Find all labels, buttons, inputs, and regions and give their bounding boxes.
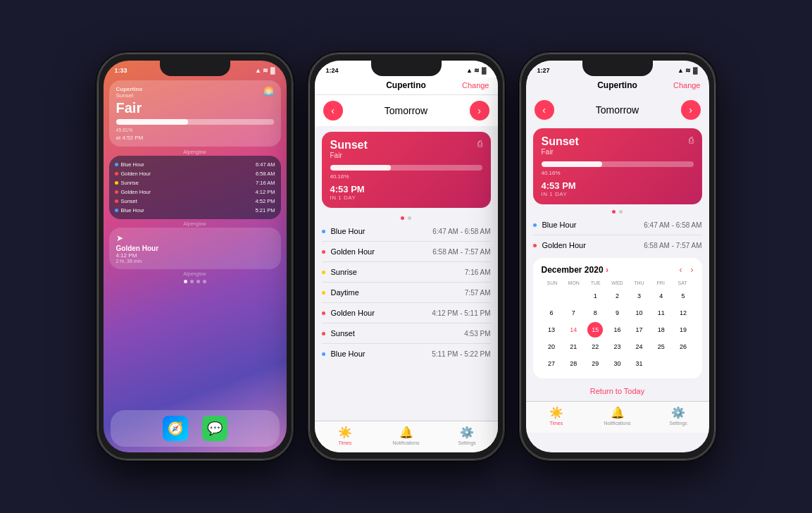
cal-day-30[interactable]: 30 [609, 356, 625, 371]
page-dots [104, 280, 287, 283]
cal-day-9[interactable]: 9 [609, 305, 625, 321]
messages-icon[interactable]: 💬 [202, 416, 227, 441]
tab-settings[interactable]: ⚙️ Settings [437, 426, 498, 445]
widget-progress-label: 45.61% [116, 128, 274, 132]
tab-times-label: Times [338, 440, 351, 445]
phone3-tab-bar: ☀️ Times 🔔 Notifications ⚙️ Settings [526, 401, 709, 433]
phone3-nav-title: Tomorrow [596, 104, 639, 116]
ev4-name: Daytime [331, 288, 359, 297]
event-name-4: Golden Hour [121, 189, 151, 195]
ev5-time: 4:12 PM - 5:11 PM [432, 309, 490, 317]
cal-day-14[interactable]: 14 [566, 322, 581, 338]
ev2-name: Golden Hour [331, 247, 375, 256]
cal-day-17[interactable]: 17 [632, 322, 647, 338]
cal-empty-3 [654, 356, 669, 371]
widget-condition: Fair [116, 100, 274, 116]
phone3-change-btn[interactable]: Change [673, 81, 701, 89]
cal-day-26[interactable]: 26 [675, 339, 691, 354]
phone3-tab-notifications[interactable]: 🔔 Notifications [587, 406, 648, 426]
cal-day-5[interactable]: 5 [675, 288, 691, 304]
phone2-change-btn[interactable]: Change [462, 81, 489, 89]
event-item-5: Golden Hour 4:12 PM - 5:11 PM [322, 303, 491, 323]
ev4-dot [322, 291, 325, 295]
phone3-time: 1:27 [537, 67, 550, 74]
cal-day-25[interactable]: 25 [654, 339, 669, 354]
col-wed: WED [606, 280, 628, 285]
cal-day-15[interactable]: 15 [587, 322, 603, 338]
cal-month-arrow: › [606, 265, 608, 275]
cal-day-23[interactable]: 23 [609, 339, 625, 354]
phone3-card-subtitle: Fair [542, 148, 694, 156]
event-item-7: Blue Hour 5:11 PM - 5:22 PM [322, 344, 491, 364]
page-dot-4 [203, 280, 206, 283]
widget-golden-hour: ➤ Golden Hour 4:12 PM 2 hr, 38 min [109, 228, 281, 269]
cal-day-10[interactable]: 10 [632, 305, 647, 321]
cal-empty-4 [675, 356, 691, 371]
tab-times[interactable]: ☀️ Times [315, 426, 376, 445]
cal-day-6[interactable]: 6 [544, 305, 559, 321]
cal-day-16[interactable]: 16 [609, 322, 625, 338]
cal-day-24[interactable]: 24 [632, 339, 647, 354]
ev7-name: Blue Hour [331, 350, 366, 358]
phone2-main-card: Sunset Fair ⎙ 40.16% 4:53 PM IN 1 DAY [322, 132, 491, 208]
dot-red-4 [115, 190, 118, 194]
safari-icon[interactable]: 🧭 [163, 416, 188, 441]
page-dot-2 [190, 280, 194, 283]
cal-header: December 2020 › ‹ › [542, 265, 694, 275]
cal-day-8[interactable]: 8 [587, 305, 603, 321]
ev5-name: Golden Hour [331, 309, 375, 317]
phone2-prev-btn[interactable]: ‹ [323, 101, 343, 120]
event-row-6: Blue Hour 5:21 PM [115, 206, 275, 215]
col-thu: THU [628, 280, 650, 285]
tab-notifications[interactable]: 🔔 Notifications [375, 426, 437, 445]
phone2-progress-bar [330, 165, 482, 171]
phone3-tab-notifications-icon: 🔔 [611, 406, 625, 419]
cal-day-11[interactable]: 11 [654, 305, 669, 321]
phone3-share-icon[interactable]: ⎙ [689, 135, 694, 145]
ev2-time: 6:58 AM - 7:57 AM [432, 248, 490, 256]
cal-day-18[interactable]: 18 [654, 322, 669, 338]
ev1-name: Blue Hour [331, 227, 366, 235]
phone3-prev-btn[interactable]: ‹ [535, 100, 554, 120]
phone3-progress-label: 40.16% [542, 170, 694, 176]
event-row-5: Sunset 4:52 PM [115, 197, 275, 206]
phone2-share-icon[interactable]: ⎙ [477, 139, 482, 149]
phone3-location: Cupertino [597, 80, 637, 90]
section1-label: Alpenglow [104, 149, 287, 154]
cal-day-1[interactable]: 1 [587, 288, 603, 304]
cal-day-7[interactable]: 7 [566, 305, 581, 321]
cal-day-28[interactable]: 28 [566, 356, 581, 371]
phone3-tab-settings[interactable]: ⚙️ Settings [648, 406, 709, 426]
cal-day-13[interactable]: 13 [544, 322, 559, 338]
phone2-next-btn[interactable]: › [470, 101, 489, 120]
phone2-next-icon: › [477, 105, 481, 116]
phone3-card-time: 4:53 PM [542, 180, 694, 191]
cal-day-22[interactable]: 22 [587, 339, 603, 354]
cal-next-btn[interactable]: › [691, 265, 694, 275]
cal-day-19[interactable]: 19 [675, 322, 691, 338]
cal-day-31[interactable]: 31 [632, 356, 647, 371]
phone2-card-time: 4:53 PM [330, 184, 482, 194]
phone2-time: 1:24 [326, 67, 339, 74]
phone2-nav-row: ‹ Tomorrow › [315, 95, 498, 126]
cal-day-27[interactable]: 27 [544, 356, 559, 371]
cal-day-3[interactable]: 3 [632, 288, 647, 304]
phone3-tab-times[interactable]: ☀️ Times [526, 406, 587, 426]
phone3-next-btn[interactable]: › [681, 100, 701, 120]
cal-day-21[interactable]: 21 [566, 339, 581, 354]
cal-day-20[interactable]: 20 [544, 339, 559, 354]
phone3-main-card: Sunset Fair ⎙ 40.16% 4:53 PM IN 1 DAY [533, 128, 702, 204]
ev1-time: 6:47 AM - 6:58 AM [432, 228, 490, 235]
ev5-dot [322, 311, 325, 315]
cal-day-4[interactable]: 4 [654, 288, 669, 304]
cal-day-29[interactable]: 29 [587, 356, 603, 371]
cal-empty-1 [544, 288, 559, 304]
cal-month-title: December 2020 › [542, 265, 608, 275]
phone2-card-dot-1 [401, 216, 404, 220]
cal-day-2[interactable]: 2 [609, 288, 625, 304]
phone2-progress-fill [330, 165, 392, 171]
return-today-btn[interactable]: Return to Today [526, 381, 709, 401]
cal-day-12[interactable]: 12 [675, 305, 691, 321]
phone3-tab-times-label: Times [549, 421, 563, 426]
cal-prev-btn[interactable]: ‹ [680, 265, 682, 275]
